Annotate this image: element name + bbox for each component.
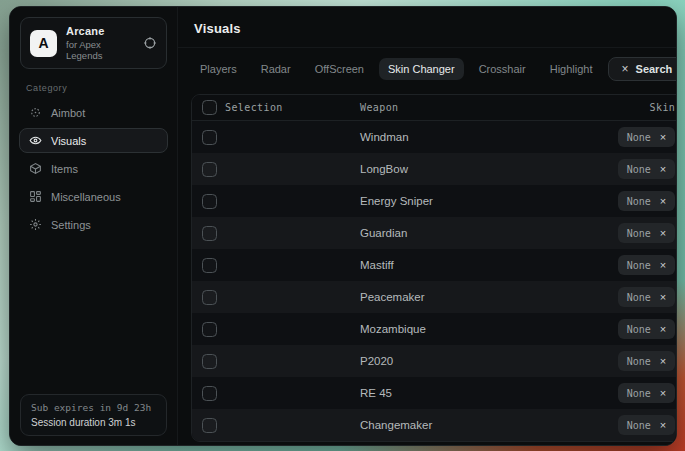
row-skin-cell: None × bbox=[618, 255, 677, 275]
clear-skin-icon[interactable]: × bbox=[660, 324, 666, 335]
app-subtitle: for Apex Legends bbox=[66, 39, 134, 61]
row-checkbox[interactable] bbox=[202, 322, 217, 337]
tab-radar[interactable]: Radar bbox=[252, 58, 300, 80]
row-checkbox[interactable] bbox=[202, 194, 217, 209]
row-skin-cell: None × bbox=[618, 223, 677, 243]
clear-skin-icon[interactable]: × bbox=[660, 420, 666, 431]
table-row: RE 45 None × bbox=[192, 377, 677, 409]
tab-crosshair[interactable]: Crosshair bbox=[470, 58, 535, 80]
clear-skin-icon[interactable]: × bbox=[660, 260, 666, 271]
weapon-name: Peacemaker bbox=[360, 291, 618, 303]
skin-value: None bbox=[627, 388, 651, 399]
visuals-eye-icon bbox=[29, 134, 42, 147]
page-title: Visuals bbox=[194, 21, 241, 36]
tab-skin-changer[interactable]: Skin Changer bbox=[379, 58, 464, 80]
row-skin-cell: None × bbox=[618, 159, 677, 179]
skin-select-chip[interactable]: None × bbox=[618, 319, 676, 339]
table-row: LongBow None × bbox=[192, 153, 677, 185]
skin-value: None bbox=[627, 260, 651, 271]
app-logo: A bbox=[30, 30, 57, 57]
skin-value: None bbox=[627, 324, 651, 335]
skin-value: None bbox=[627, 420, 651, 431]
table-row: Mastiff None × bbox=[192, 249, 677, 281]
row-checkbox[interactable] bbox=[202, 354, 217, 369]
clear-skin-icon[interactable]: × bbox=[660, 132, 666, 143]
weapon-name: Windman bbox=[360, 131, 618, 143]
skin-select-chip[interactable]: None × bbox=[618, 415, 676, 435]
app-name: Arcane bbox=[66, 25, 134, 37]
table-row: P2020 None × bbox=[192, 345, 677, 377]
main-header: Visuals bbox=[178, 7, 677, 48]
row-checkbox[interactable] bbox=[202, 162, 217, 177]
weapon-name: LongBow bbox=[360, 163, 618, 175]
weapon-name: Guardian bbox=[360, 227, 618, 239]
table-body: Windman None × LongBow bbox=[192, 121, 677, 441]
table-row: Windman None × bbox=[192, 121, 677, 153]
app-window: A Arcane for Apex Legends Category Aimbo… bbox=[9, 6, 677, 446]
sidebar-item-label: Aimbot bbox=[51, 107, 85, 119]
skin-value: None bbox=[627, 196, 651, 207]
search-button[interactable]: × Search bbox=[608, 57, 677, 81]
sidebar-item-miscellaneous[interactable]: Miscellaneous bbox=[19, 184, 168, 209]
row-skin-cell: None × bbox=[618, 319, 677, 339]
clear-skin-icon[interactable]: × bbox=[660, 388, 666, 399]
skin-select-chip[interactable]: None × bbox=[618, 191, 676, 211]
miscellaneous-grid-icon bbox=[29, 190, 42, 203]
row-select-cell bbox=[192, 226, 360, 241]
row-select-cell bbox=[192, 194, 360, 209]
table-row: Changemaker None × bbox=[192, 409, 677, 441]
clear-skin-icon[interactable]: × bbox=[660, 164, 666, 175]
skin-select-chip[interactable]: None × bbox=[618, 159, 676, 179]
tab-offscreen[interactable]: OffScreen bbox=[306, 58, 373, 80]
skin-select-chip[interactable]: None × bbox=[618, 287, 676, 307]
app-titles: Arcane for Apex Legends bbox=[66, 25, 134, 61]
row-checkbox[interactable] bbox=[202, 130, 217, 145]
clear-skin-icon[interactable]: × bbox=[660, 196, 666, 207]
skin-value: None bbox=[627, 228, 651, 239]
row-select-cell bbox=[192, 290, 360, 305]
row-skin-cell: None × bbox=[618, 351, 677, 371]
weapon-column-header: Weapon bbox=[360, 102, 650, 113]
skin-value: None bbox=[627, 292, 651, 303]
skin-select-chip[interactable]: None × bbox=[618, 351, 676, 371]
sidebar-item-items[interactable]: Items bbox=[19, 156, 168, 181]
row-checkbox[interactable] bbox=[202, 386, 217, 401]
sidebar-item-settings[interactable]: Settings bbox=[19, 212, 168, 237]
tab-players[interactable]: Players bbox=[191, 58, 246, 80]
row-select-cell bbox=[192, 354, 360, 369]
row-checkbox[interactable] bbox=[202, 226, 217, 241]
weapon-name: P2020 bbox=[360, 355, 618, 367]
skin-select-chip[interactable]: None × bbox=[618, 223, 676, 243]
toolbar: Players Radar OffScreen Skin Changer Cro… bbox=[178, 48, 677, 81]
row-checkbox[interactable] bbox=[202, 418, 217, 433]
row-checkbox[interactable] bbox=[202, 258, 217, 273]
weapon-name: Energy Sniper bbox=[360, 195, 618, 207]
skin-column-header: Skin bbox=[650, 102, 677, 113]
items-box-icon bbox=[29, 162, 42, 175]
sub-expires-text: Sub expires in 9d 23h bbox=[31, 402, 156, 413]
row-skin-cell: None × bbox=[618, 383, 677, 403]
skin-select-chip[interactable]: None × bbox=[618, 255, 676, 275]
skin-select-chip[interactable]: None × bbox=[618, 127, 676, 147]
skin-table: Selection Weapon Skin Windman None bbox=[191, 94, 677, 442]
table-header-row: Selection Weapon Skin bbox=[192, 95, 677, 121]
skin-value: None bbox=[627, 356, 651, 367]
tab-highlight[interactable]: Highlight bbox=[541, 58, 602, 80]
crosshair-icon[interactable] bbox=[143, 36, 157, 50]
weapon-name: Mozambique bbox=[360, 323, 618, 335]
selection-column-header: Selection bbox=[225, 102, 283, 113]
sidebar-item-visuals[interactable]: Visuals bbox=[19, 128, 168, 153]
row-checkbox[interactable] bbox=[202, 290, 217, 305]
clear-skin-icon[interactable]: × bbox=[660, 228, 666, 239]
table-row: Mozambique None × bbox=[192, 313, 677, 345]
sidebar-item-aimbot[interactable]: Aimbot bbox=[19, 100, 168, 125]
clear-skin-icon[interactable]: × bbox=[660, 356, 666, 367]
select-all-checkbox[interactable] bbox=[202, 100, 217, 115]
skin-select-chip[interactable]: None × bbox=[618, 383, 676, 403]
row-select-cell bbox=[192, 162, 360, 177]
row-select-cell bbox=[192, 258, 360, 273]
session-info-card: Sub expires in 9d 23h Session duration 3… bbox=[20, 394, 167, 436]
sidebar-item-label: Miscellaneous bbox=[51, 191, 121, 203]
skin-value: None bbox=[627, 164, 651, 175]
clear-skin-icon[interactable]: × bbox=[660, 292, 666, 303]
